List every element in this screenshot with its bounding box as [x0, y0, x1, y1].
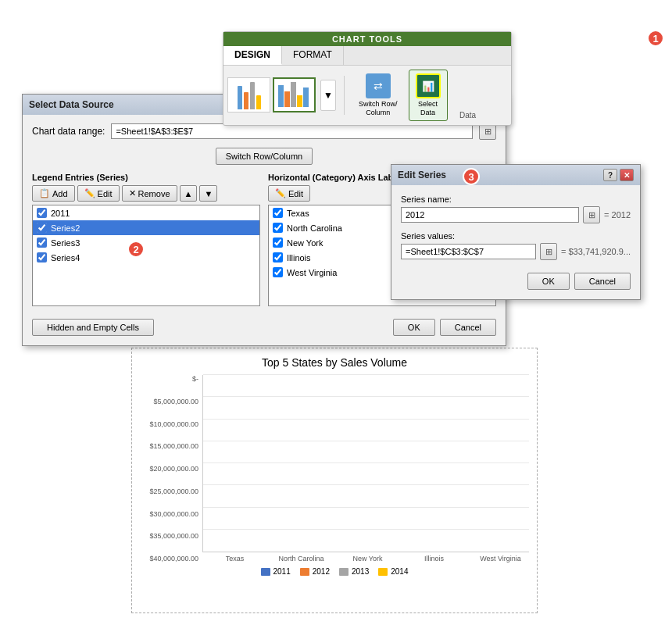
gridline-4: [203, 462, 529, 463]
legend-item-2013: 2013: [339, 567, 369, 576]
edit-series-controls: ? ✕: [603, 169, 634, 181]
y-axis-labels: $40,000,000.00 $35,000,000.00 $30,000,00…: [140, 375, 202, 562]
edit-series-cancel-button[interactable]: Cancel: [574, 273, 631, 290]
series-values-group: Series values: ⊞ = $33,741,920.9...: [401, 231, 631, 260]
axis-label-wv: West Virginia: [287, 268, 337, 277]
legend-panel-title: Legend Entries (Series): [32, 173, 260, 182]
add-icon: 📋: [39, 188, 50, 198]
series-item-series2[interactable]: Series2: [33, 220, 259, 235]
axis-checkbox-ny[interactable]: [273, 238, 283, 248]
badge-2: 2: [127, 241, 145, 258]
series-label-series3: Series3: [51, 238, 80, 248]
legend-entries-panel: Legend Entries (Series) 📋 Add ✏️ Edit ✕ …: [32, 173, 260, 306]
series-values-row: ⊞ = $33,741,920.9...: [401, 243, 631, 260]
chart-area: $40,000,000.00 $35,000,000.00 $30,000,00…: [140, 375, 529, 562]
series-item-series4[interactable]: Series4: [33, 250, 259, 265]
edit-series-close-button[interactable]: ✕: [620, 169, 634, 181]
add-series-button[interactable]: 📋 Add: [32, 185, 75, 202]
legend-color-2011: [261, 568, 270, 576]
range-input[interactable]: [111, 123, 473, 139]
x-labels: Texas North Carolina New York Illinois W…: [202, 555, 529, 562]
edit-series-button[interactable]: ✏️ Edit: [77, 185, 120, 202]
series-checkbox-series3[interactable]: [37, 238, 47, 248]
legend-toolbar: 📋 Add ✏️ Edit ✕ Remove ▲ ▼: [32, 185, 260, 202]
series-item-series3[interactable]: Series3: [33, 235, 259, 250]
series-name-range-btn[interactable]: ⊞: [583, 206, 600, 223]
series-checkbox-2011[interactable]: [37, 208, 47, 218]
gridline-5: [203, 441, 529, 441]
chart-preview-2[interactable]: [273, 77, 316, 112]
select-data-button[interactable]: 📊 SelectData: [409, 70, 448, 121]
hidden-empty-cells-button[interactable]: Hidden and Empty Cells: [32, 319, 154, 336]
edit-series-help-button[interactable]: ?: [603, 169, 617, 181]
dialog-ok-button[interactable]: OK: [393, 319, 435, 336]
edit-series-body: Series name: ⊞ = 2012 Series values: ⊞ =…: [391, 185, 640, 299]
axis-checkbox-wv[interactable]: [273, 267, 283, 277]
edit-series-footer: OK Cancel: [401, 268, 631, 290]
gridline-6: [203, 419, 529, 420]
edit-series-ok-button[interactable]: OK: [527, 273, 570, 290]
axis-checkbox-il[interactable]: [273, 252, 283, 262]
switch-row-col-button[interactable]: ⇄ Switch Row/Column: [352, 70, 404, 120]
badge-1: 1: [647, 30, 664, 47]
select-data-icon: 📊: [416, 73, 441, 98]
tab-design[interactable]: DESIGN: [223, 46, 282, 65]
series-item-2011[interactable]: 2011: [33, 205, 259, 220]
ribbon-tabs: DESIGN FORMAT: [223, 46, 511, 66]
axis-checkbox-texas[interactable]: [273, 208, 283, 218]
series-list: 2011 Series2 Series3 Series4: [32, 205, 260, 306]
select-data-title: Select Data Source: [29, 99, 114, 110]
series-checkbox-series4[interactable]: [37, 252, 47, 262]
legend-color-2012: [300, 568, 309, 576]
series-values-input[interactable]: [401, 244, 536, 259]
series-checkbox-series2[interactable]: [37, 223, 47, 233]
edit-axis-button[interactable]: ✏️ Edit: [268, 185, 310, 202]
range-label: Chart data range:: [32, 126, 105, 137]
legend-item-2014: 2014: [378, 567, 408, 576]
switch-row-col-dialog-button[interactable]: Switch Row/Column: [216, 148, 313, 165]
x-label-nc: North Carolina: [273, 555, 330, 562]
axis-label-ny: New York: [287, 238, 323, 248]
remove-series-button[interactable]: ✕ Remove: [122, 185, 177, 202]
remove-icon: ✕: [129, 188, 136, 198]
tab-format[interactable]: FORMAT: [282, 46, 344, 65]
series-name-equals: = 2012: [604, 210, 631, 220]
legend-item-2012: 2012: [300, 567, 330, 576]
chart-type-dropdown[interactable]: ▼: [320, 80, 336, 111]
y-label-0: $40,000,000.00: [140, 555, 198, 562]
legend-color-2014: [378, 568, 388, 576]
legend-label-2011: 2011: [273, 567, 291, 576]
edit-series-title-bar: Edit Series ? ✕: [391, 165, 640, 185]
gridline-7: [203, 396, 529, 397]
footer-buttons: OK Cancel: [393, 319, 496, 336]
switch-row-col-label: Switch Row/Column: [359, 100, 398, 117]
axis-label-nc: North Carolina: [287, 223, 342, 233]
y-label-3: $25,000,000.00: [140, 488, 198, 495]
legend-label-2013: 2013: [352, 567, 369, 576]
move-up-button[interactable]: ▲: [180, 185, 198, 202]
series-name-input[interactable]: [401, 207, 579, 223]
y-label-1: $35,000,000.00: [140, 532, 198, 540]
series-label-2011: 2011: [51, 209, 70, 218]
legend-label-2012: 2012: [313, 567, 330, 576]
axis-label-texas: Texas: [287, 209, 309, 218]
switch-row-col-section: ⇄ Switch Row/Column: [352, 70, 404, 120]
series-values-range-btn[interactable]: ⊞: [540, 243, 557, 260]
series-label-series2: Series2: [51, 223, 80, 233]
y-label-4: $20,000,000.00: [140, 465, 198, 473]
axis-checkbox-nc[interactable]: [273, 223, 283, 233]
chart-preview-1[interactable]: [227, 77, 270, 112]
gridline-3: [203, 484, 529, 485]
move-down-button[interactable]: ▼: [199, 185, 217, 202]
ribbon-chart-tools-label: CHART TOOLS: [223, 32, 511, 46]
ribbon-body: ▼ ⇄ Switch Row/Column 📊 SelectData Data: [223, 66, 511, 125]
y-label-7: $5,000,000.00: [140, 398, 198, 405]
dialog-footer: Hidden and Empty Cells OK Cancel: [32, 314, 496, 338]
series-values-result: = $33,741,920.9...: [561, 247, 631, 256]
chart-previews: [227, 77, 316, 112]
dialog-cancel-button[interactable]: Cancel: [440, 319, 496, 336]
y-label-2: $30,000,000.00: [140, 510, 198, 518]
x-label-ny: New York: [339, 555, 396, 562]
edit-series-dialog: Edit Series ? ✕ Series name: ⊞ = 2012 Se…: [391, 164, 641, 300]
switch-row-col-icon: ⇄: [366, 73, 391, 98]
